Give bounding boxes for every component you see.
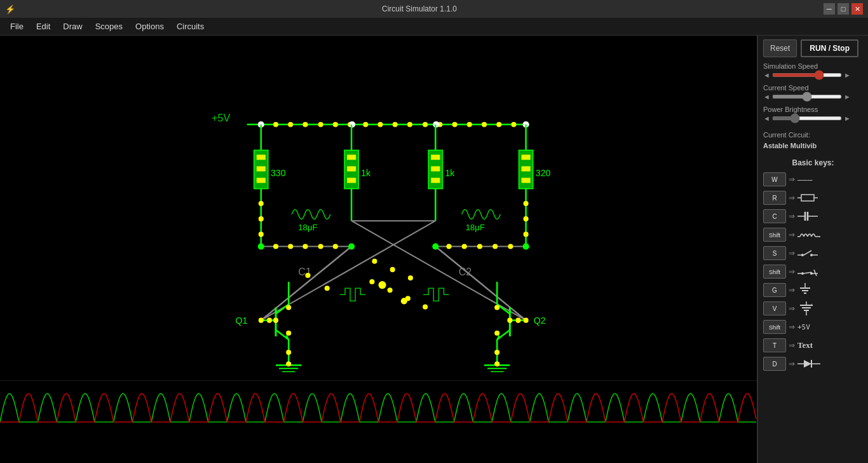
key-r[interactable]: R bbox=[763, 191, 786, 205]
svg-point-119 bbox=[494, 361, 499, 366]
diode-icon bbox=[797, 358, 820, 370]
current-speed-left-arrow[interactable]: ◄ bbox=[763, 93, 770, 100]
svg-point-83 bbox=[508, 244, 513, 249]
current-speed-slider[interactable] bbox=[772, 95, 842, 99]
svg-text:+: + bbox=[810, 302, 813, 308]
svg-point-116 bbox=[494, 305, 499, 310]
key-row-shift-v: Shift+ V ⇒ +5V bbox=[763, 320, 863, 334]
key-g-arrow: ⇒ bbox=[789, 286, 795, 294]
key-g[interactable]: G bbox=[763, 283, 786, 297]
menu-scopes[interactable]: Scopes bbox=[89, 19, 129, 34]
key-w-arrow: ⇒ bbox=[789, 175, 795, 184]
sim-speed-right-arrow[interactable]: ► bbox=[844, 71, 851, 79]
circuit-diagram: +5V bbox=[0, 36, 757, 380]
control-buttons: Reset RUN / Stop bbox=[763, 39, 863, 57]
key-row-shift-s: Shift+ S ⇒ bbox=[763, 265, 863, 279]
voltage-source-icon: + bbox=[797, 301, 815, 315]
svg-text:Q1: Q1 bbox=[235, 315, 247, 326]
svg-point-5 bbox=[288, 122, 293, 127]
run-stop-button[interactable]: RUN / Stop bbox=[801, 39, 858, 57]
key-row-r: R ⇒ bbox=[763, 191, 863, 205]
svg-point-127 bbox=[390, 267, 395, 272]
svg-rect-37 bbox=[431, 155, 440, 160]
maximize-button[interactable]: □ bbox=[837, 3, 849, 15]
key-row-v: V ⇒ + bbox=[763, 301, 863, 315]
capacitor-icon bbox=[797, 211, 818, 222]
sim-speed-left-arrow[interactable]: ◄ bbox=[763, 71, 770, 79]
window-title: Circuit Simulator 1.1.0 bbox=[15, 4, 824, 13]
simulation-speed-label: Simulation Speed bbox=[763, 62, 863, 70]
brightness-right-arrow[interactable]: ► bbox=[844, 114, 851, 122]
current-speed-right-arrow[interactable]: ► bbox=[844, 93, 851, 100]
svg-point-74 bbox=[273, 244, 278, 249]
menu-draw[interactable]: Draw bbox=[57, 19, 88, 34]
svg-point-10 bbox=[363, 122, 368, 127]
svg-point-97 bbox=[267, 318, 272, 323]
key-d[interactable]: D bbox=[763, 357, 786, 371]
circuit-canvas-area[interactable]: +5V bbox=[0, 36, 757, 463]
svg-point-19 bbox=[496, 122, 501, 127]
svg-point-14 bbox=[423, 122, 428, 127]
svg-point-58 bbox=[524, 232, 529, 237]
key-v-arrow: ⇒ bbox=[789, 304, 795, 313]
reset-button[interactable]: Reset bbox=[763, 39, 797, 57]
key-c[interactable]: C bbox=[763, 209, 786, 223]
key-row-w: W ⇒ ——— bbox=[763, 172, 863, 186]
key-w[interactable]: W bbox=[763, 172, 786, 186]
key-v[interactable]: V bbox=[763, 301, 786, 315]
svg-rect-33 bbox=[347, 166, 356, 171]
minimize-button[interactable]: ─ bbox=[824, 3, 835, 15]
simulation-speed-section: Simulation Speed ◄ ► bbox=[763, 62, 863, 79]
voltage-label-icon: +5V bbox=[797, 323, 810, 331]
svg-point-118 bbox=[494, 350, 499, 355]
svg-text:1k: 1k bbox=[361, 168, 371, 178]
close-button[interactable]: ✕ bbox=[851, 3, 863, 15]
brightness-slider[interactable] bbox=[772, 116, 842, 120]
right-panel: Reset RUN / Stop Simulation Speed ◄ ► Cu… bbox=[757, 36, 868, 463]
switch-closed-icon bbox=[797, 266, 818, 277]
app-icon: ⚡ bbox=[5, 4, 15, 14]
menu-options[interactable]: Options bbox=[129, 19, 170, 34]
circuit-name: Astable Multivib bbox=[763, 141, 863, 151]
key-s[interactable]: S bbox=[763, 246, 786, 260]
scope-canvas bbox=[0, 381, 757, 463]
menu-circuits[interactable]: Circuits bbox=[170, 19, 210, 34]
svg-point-128 bbox=[372, 259, 377, 264]
svg-line-150 bbox=[814, 270, 817, 276]
key-shift-l[interactable]: Shift+ L bbox=[763, 228, 786, 242]
brightness-left-arrow[interactable]: ◄ bbox=[763, 114, 770, 122]
svg-text:Q2: Q2 bbox=[534, 315, 546, 326]
simulation-speed-slider[interactable] bbox=[772, 73, 842, 77]
svg-point-122 bbox=[369, 279, 374, 284]
svg-rect-27 bbox=[257, 155, 266, 160]
svg-point-113 bbox=[524, 318, 529, 323]
menu-file[interactable]: File bbox=[4, 19, 30, 34]
svg-point-82 bbox=[492, 244, 498, 249]
svg-point-73 bbox=[523, 244, 529, 250]
power-brightness-label: Power Brightness bbox=[763, 106, 863, 113]
svg-point-129 bbox=[379, 281, 386, 289]
menu-edit[interactable]: Edit bbox=[30, 19, 57, 34]
key-d-arrow: ⇒ bbox=[789, 359, 795, 368]
basic-keys-title: Basic keys: bbox=[763, 158, 863, 167]
svg-point-13 bbox=[407, 122, 412, 127]
svg-point-7 bbox=[318, 122, 323, 127]
svg-point-56 bbox=[524, 201, 529, 206]
current-speed-row: ◄ ► bbox=[763, 93, 863, 100]
key-shift-v[interactable]: Shift+ V bbox=[763, 320, 786, 334]
key-shift-s[interactable]: Shift+ S bbox=[763, 265, 786, 279]
ground-icon bbox=[797, 283, 813, 297]
key-t-arrow: ⇒ bbox=[789, 341, 795, 350]
svg-rect-34 bbox=[347, 178, 356, 183]
key-row-d: D ⇒ bbox=[763, 357, 863, 371]
current-speed-section: Current Speed ◄ ► bbox=[763, 84, 863, 100]
svg-point-70 bbox=[258, 244, 264, 250]
key-t[interactable]: T bbox=[763, 338, 786, 352]
svg-rect-28 bbox=[257, 166, 266, 171]
svg-point-16 bbox=[452, 122, 458, 127]
svg-text:18μF: 18μF bbox=[298, 223, 317, 232]
svg-point-75 bbox=[288, 244, 293, 249]
svg-rect-29 bbox=[257, 178, 266, 183]
scope-display bbox=[0, 380, 757, 463]
svg-rect-44 bbox=[522, 178, 531, 183]
